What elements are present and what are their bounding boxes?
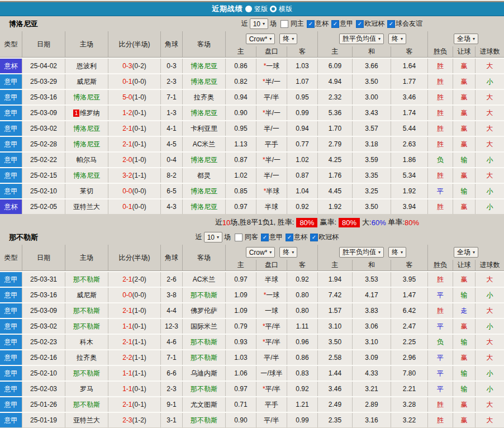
result-handicap: 赢 — [453, 137, 476, 151]
score: 0-3(0-2) — [108, 59, 161, 73]
avg-draw-odds: 3.18 — [353, 137, 391, 151]
sub-column-header: 客 — [391, 46, 428, 57]
handicap-value: 半/一 — [264, 171, 279, 180]
column-header: 比分(半场) — [108, 31, 161, 57]
away-team-name: AC米兰 — [193, 275, 216, 284]
handicap: *平/半 — [256, 382, 287, 396]
bookmaker-select[interactable]: Crow*▾ — [246, 34, 275, 44]
home-team: 亚特兰大 — [65, 413, 108, 427]
avg-draw-odds: 3.09 — [353, 350, 391, 365]
league-checkbox[interactable]: ✓ — [261, 234, 269, 241]
match-scope-select[interactable]: 全场▾ — [454, 34, 478, 44]
result-handicap: 赢 — [453, 413, 476, 427]
summary-record: 场,胜8平1负1, 胜率: — [230, 217, 294, 227]
league-checkbox[interactable]: ✓ — [310, 234, 318, 241]
match-filter-1: 近10▾场同主✓意杯✓意甲✓欧冠杯✓球会友谊 — [240, 18, 422, 29]
recent-count-select[interactable]: 10▾ — [204, 232, 222, 242]
avg-away-odds: 3.46 — [391, 90, 428, 104]
match-date: 25-02-22 — [22, 153, 65, 167]
halftime-score: (2-0) — [132, 275, 146, 283]
same-venue-checkbox[interactable] — [280, 20, 288, 28]
league-checkbox[interactable]: ✓ — [387, 20, 395, 28]
sub-column-header: 客 — [287, 260, 318, 270]
avg-home-odds: 5.36 — [318, 106, 353, 120]
result-handicap: 走 — [453, 303, 476, 318]
away-team-name: 那不勒斯 — [191, 291, 217, 300]
result-handicap: 赢 — [453, 90, 476, 104]
home-team-name: 帕尔马 — [77, 155, 97, 165]
result-handicap: 赢 — [453, 74, 476, 89]
home-odds: 1.09 — [226, 288, 256, 302]
corner-score: 0-3 — [161, 59, 183, 73]
chevron-down-icon: ▾ — [378, 250, 381, 255]
league-checkbox[interactable]: ✓ — [356, 20, 364, 28]
league-checkbox-label: 意杯 — [315, 19, 329, 28]
table-body-1: 意杯25-04-02恩波利0-3(0-2)0-3博洛尼亚0.86*一球1.036… — [0, 58, 504, 214]
column-header: 客场 — [183, 245, 226, 270]
home-team-name: 博洛尼亚 — [73, 171, 100, 180]
result-wdl: 平 — [428, 382, 453, 396]
away-team-name: 佛罗伦萨 — [191, 306, 217, 316]
league-type-badge: 意甲 — [0, 303, 22, 318]
horizontal-layout-label[interactable]: 横版 — [279, 4, 292, 14]
avg-odds-select-value: 胜平负均值 — [343, 34, 376, 44]
avg-stage-select[interactable]: 终▾ — [388, 247, 406, 258]
handicap-value: 半球 — [266, 187, 279, 196]
avg-away-odds: 3.22 — [391, 413, 428, 427]
home-odds: 0.87 — [226, 153, 256, 167]
result-goals: 小 — [476, 74, 504, 89]
chevron-down-icon: ▾ — [401, 250, 403, 255]
avg-stage-select[interactable]: 终▾ — [388, 34, 406, 44]
home-odds: 0.90 — [226, 413, 256, 427]
home-odds: 0.97 — [226, 382, 256, 396]
avg-away-odds: 1.74 — [391, 106, 428, 120]
vertical-layout-label[interactable]: 竖版 — [254, 4, 268, 14]
away-team-name: 博洛尼亚 — [191, 202, 217, 212]
same-venue-checkbox[interactable] — [235, 234, 243, 241]
away-team: 博洛尼亚 — [183, 106, 226, 120]
result-goals: 大 — [476, 397, 504, 412]
result-goals: 大 — [476, 303, 504, 318]
avg-away-odds: 6.42 — [391, 303, 428, 318]
avg-away-odds: 2.21 — [391, 382, 428, 396]
league-type-badge: 意甲 — [0, 319, 22, 334]
avg-odds-select[interactable]: 胜平负均值▾ — [339, 34, 384, 44]
avg-away-odds: 1.64 — [391, 59, 428, 73]
avg-home-odds: 6.09 — [318, 59, 353, 73]
match-scope-select-value: 全场 — [457, 34, 470, 44]
away-odds: 0.83 — [287, 366, 318, 381]
away-team-name: 博洛尼亚 — [191, 61, 217, 71]
league-checkbox[interactable]: ✓ — [331, 20, 339, 28]
bookmaker-select[interactable]: Crow*▾ — [246, 247, 275, 258]
vertical-layout-radio[interactable] — [245, 6, 252, 12]
handicap-value: 半球 — [265, 275, 278, 284]
table-row: 意杯25-04-02恩波利0-3(0-2)0-3博洛尼亚0.86*一球1.036… — [0, 59, 504, 73]
table-row: 意甲25-03-02博洛尼亚2-1(0-1)4-1卡利亚里0.95半/一0.94… — [0, 121, 504, 136]
horizontal-layout-radio[interactable] — [270, 6, 277, 12]
avg-home-odds: 4.45 — [318, 184, 353, 198]
home-team: 拉齐奥 — [65, 350, 108, 365]
away-team-name: 那不勒斯 — [191, 353, 217, 363]
avg-away-odds: 3.95 — [391, 272, 428, 287]
recent-count-select[interactable]: 10▾ — [250, 18, 268, 29]
odds-stage-select[interactable]: 终▾ — [279, 247, 297, 258]
chevron-down-icon: ▾ — [473, 36, 475, 41]
avg-draw-odds: 4.17 — [353, 288, 391, 302]
avg-home-odds: 2.58 — [318, 350, 353, 365]
league-type-badge: 意甲 — [0, 153, 22, 167]
league-checkbox[interactable]: ✓ — [286, 234, 293, 241]
away-team: 卡利亚里 — [183, 121, 226, 136]
away-team: 那不勒斯 — [183, 335, 226, 349]
corner-score: 2-6 — [161, 272, 183, 287]
match-date: 25-02-10 — [22, 366, 65, 381]
corner-score: 4-4 — [161, 303, 183, 318]
home-team-name: 那不勒斯 — [73, 306, 100, 316]
odds-stage-select[interactable]: 终▾ — [279, 34, 297, 44]
league-checkbox-label: 意杯 — [294, 232, 307, 242]
match-scope-select[interactable]: 全场▾ — [454, 247, 478, 258]
avg-odds-select[interactable]: 胜平负均值▾ — [339, 247, 384, 258]
table-row: 意甲25-02-28博洛尼亚2-1(0-1)4-5AC米兰1.13平手0.772… — [0, 137, 504, 151]
halftime-score: (1-1) — [132, 354, 146, 362]
corner-score: 4-3 — [161, 199, 183, 214]
league-checkbox[interactable]: ✓ — [307, 20, 315, 28]
